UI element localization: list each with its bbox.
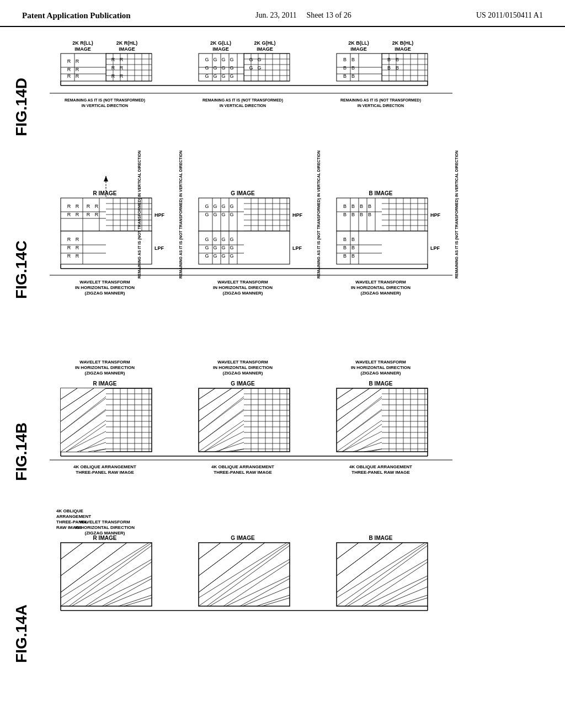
- 14c-14b-ann-g2: IN HORIZONTAL DIRECTION: [213, 285, 273, 290]
- 14c-14b-ann-g3: (ZIGZAG MANNER): [223, 291, 263, 296]
- fig14c-ann-g: REMAINING AS IT IS (NOT TRANSFORMED) IN …: [317, 151, 321, 279]
- svg-text:B: B: [351, 65, 355, 71]
- svg-text:B: B: [343, 57, 347, 62]
- svg-text:G: G: [205, 57, 209, 62]
- svg-text:G: G: [213, 253, 217, 259]
- fig14d-b-hl-label: 2K B(HL): [392, 40, 414, 46]
- fig14d-g-hl-label2: IMAGE: [257, 46, 273, 52]
- 14c-14b-ann-b2: IN HORIZONTAL DIRECTION: [351, 285, 411, 290]
- svg-text:G: G: [230, 65, 233, 71]
- svg-text:B: B: [360, 204, 363, 209]
- svg-text:G: G: [205, 253, 209, 259]
- fig14c-ann-r: REMAINING AS IT IS (NOT TRANSFORMED) IN …: [179, 151, 183, 279]
- fig14c-g-lpf-label: LPF: [292, 245, 302, 251]
- svg-text:B: B: [387, 65, 391, 71]
- svg-text:G: G: [230, 245, 233, 250]
- fig14c-b-lpf-label: LPF: [430, 245, 440, 251]
- fig14a-r-label: R IMAGE: [93, 535, 117, 541]
- fig14d-r-ll-label2: IMAGE: [74, 46, 91, 52]
- svg-text:G: G: [257, 65, 261, 71]
- svg-text:R: R: [67, 212, 71, 217]
- svg-text:B: B: [351, 253, 355, 259]
- 14b-14a-ann-g: 4K OBLIQUE ARRANGEMENT: [211, 464, 274, 469]
- svg-marker-355: [104, 176, 108, 181]
- svg-text:R: R: [76, 212, 79, 217]
- svg-text:R: R: [95, 212, 99, 217]
- svg-text:B: B: [396, 65, 399, 71]
- svg-text:B: B: [387, 57, 391, 62]
- 14d-14c-ann-b: REMAINING AS IT IS (NOT TRANSFORMED): [340, 98, 421, 103]
- fig14a-14b-ann-r2: IN HORIZONTAL DIRECTION: [75, 525, 135, 530]
- header-date-sheet: Jun. 23, 2011 Sheet 13 of 26: [255, 10, 351, 21]
- svg-text:R: R: [76, 73, 79, 79]
- svg-text:G: G: [257, 57, 261, 62]
- 14b-14a-ann-b: 4K OBLIQUE ARRANGEMENT: [349, 464, 412, 469]
- svg-text:G: G: [213, 212, 217, 217]
- svg-text:B: B: [368, 212, 371, 217]
- svg-text:G: G: [249, 65, 253, 71]
- 14c-14b-ann-r3: (ZIGZAG MANNER): [85, 291, 125, 296]
- 14d-14c-ann-r2: IN VERTICAL DIRECTION: [82, 104, 128, 108]
- svg-text:G: G: [221, 245, 225, 250]
- svg-text:G: G: [230, 237, 233, 242]
- svg-text:G: G: [205, 204, 209, 209]
- svg-text:G: G: [221, 204, 225, 209]
- fig14c-r-hpf-label: HPF: [154, 212, 165, 218]
- sheet-number: Sheet 13 of 26: [306, 11, 351, 19]
- svg-text:G: G: [213, 245, 217, 250]
- fig14b-ann1b: WAVELET TRANSFORM: [355, 360, 406, 365]
- svg-text:G: G: [205, 245, 209, 250]
- svg-text:B: B: [343, 212, 347, 217]
- fig14b-ann1: WAVELET TRANSFORM: [79, 360, 130, 365]
- fig14d-g-hl-label: 2K G(HL): [254, 40, 276, 46]
- fig14c-label: FIG.14C: [13, 240, 30, 299]
- svg-text:R: R: [67, 73, 71, 79]
- svg-text:B: B: [343, 204, 347, 209]
- 14c-14b-ann-r: WAVELET TRANSFORM: [79, 280, 130, 285]
- fig14d-b-ll-label2: IMAGE: [350, 46, 367, 52]
- main-content: FIG.14A FIG.14B FIG.14C FIG.14D 4K OBLIQ…: [0, 27, 565, 716]
- fig14c-r-lpf-label: LPF: [154, 245, 164, 251]
- 14b-14a-ann-r: 4K OBLIQUE ARRANGEMENT: [73, 464, 136, 469]
- 14b-14a-ann-g2: THREE-PANEL RAW IMAGE: [214, 470, 272, 475]
- 14c-14b-ann-b3: (ZIGZAG MANNER): [361, 291, 401, 296]
- svg-text:R: R: [67, 253, 71, 259]
- fig14b-ann2b: IN HORIZONTAL DIRECTION: [351, 365, 411, 370]
- fig14c-ann-b: REMAINING AS IT IS (NOT TRANSFORMED) IN …: [455, 151, 459, 279]
- 14b-14a-ann-r2: THREE-PANEL RAW IMAGE: [76, 470, 134, 475]
- svg-text:G: G: [205, 212, 209, 217]
- publication-title: Patent Application Publication: [22, 11, 131, 20]
- svg-text:B: B: [351, 245, 355, 250]
- svg-text:G: G: [205, 65, 209, 71]
- fig14b-r-lpf-bg: [61, 388, 106, 452]
- header-title: Patent Application Publication: [22, 10, 131, 22]
- fig14b-label: FIG.14B: [13, 422, 30, 481]
- fig14d-b-hl-label2: IMAGE: [395, 46, 411, 52]
- 14d-14c-ann-g2: IN VERTICAL DIRECTION: [220, 104, 266, 108]
- 14b-14a-ann-b2: THREE-PANEL RAW IMAGE: [351, 470, 410, 475]
- svg-text:R: R: [120, 65, 124, 71]
- svg-text:G: G: [230, 73, 233, 79]
- fig14d-b-ll-label: 2K B(LL): [348, 40, 369, 46]
- svg-text:B: B: [343, 237, 347, 242]
- fig14b-ann2g: IN HORIZONTAL DIRECTION: [213, 365, 273, 370]
- svg-text:B: B: [351, 212, 355, 217]
- svg-text:B: B: [351, 237, 355, 242]
- fig14b-b-label: B IMAGE: [369, 381, 393, 387]
- svg-text:G: G: [221, 57, 225, 62]
- svg-text:R: R: [76, 245, 79, 250]
- fig14d-label: FIG.14D: [13, 78, 30, 136]
- fig14a-14b-ann-r3: (ZIGZAG MANNER): [85, 531, 125, 536]
- fig14c-b-hpf-label: HPF: [430, 212, 441, 218]
- svg-text:G: G: [221, 73, 225, 79]
- svg-text:R: R: [67, 67, 71, 72]
- svg-text:B: B: [343, 73, 347, 79]
- fig14b-ann2: IN HORIZONTAL DIRECTION: [75, 365, 135, 370]
- fig14d-r-hl-label2: IMAGE: [119, 46, 135, 52]
- svg-text:R: R: [76, 204, 79, 209]
- svg-text:B: B: [343, 253, 347, 259]
- patent-number: US 2011/0150411 A1: [476, 11, 543, 19]
- svg-text:R: R: [120, 73, 124, 79]
- 14d-14c-ann-b2: IN VERTICAL DIRECTION: [358, 104, 404, 108]
- svg-text:B: B: [351, 73, 355, 79]
